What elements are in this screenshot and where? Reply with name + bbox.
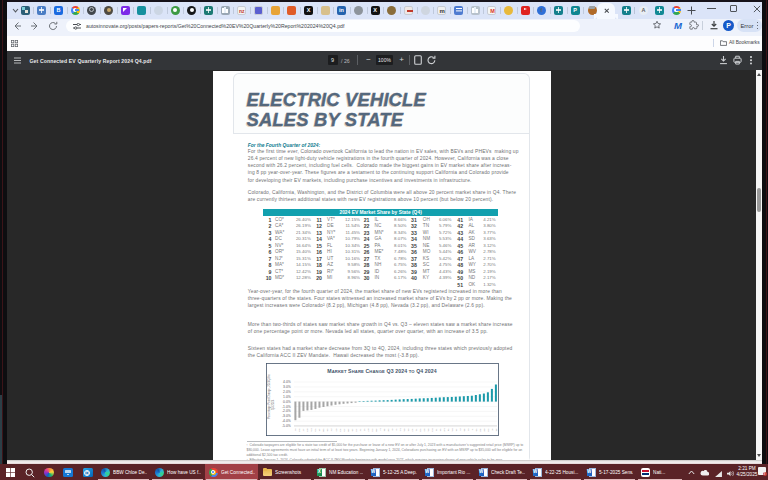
svg-text:MARKET SHARE CHANGE Q3 2024 TO: MARKET SHARE CHANGE Q3 2024 TO Q4 2024 [327, 368, 437, 374]
svg-text:TN: TN [399, 428, 401, 431]
svg-text:OH: OH [431, 428, 433, 432]
svg-text:3.0%: 3.0% [283, 385, 291, 389]
svg-text:SD: SD [334, 428, 336, 431]
svg-text:2.0%: 2.0% [283, 389, 291, 393]
svg-text:GA: GA [419, 427, 421, 431]
svg-text:NC: NC [427, 428, 429, 432]
svg-text:4.0%: 4.0% [283, 380, 291, 384]
svg-text:HI: HI [294, 428, 296, 431]
svg-text:NY: NY [455, 427, 457, 431]
svg-text:WI: WI [407, 428, 409, 431]
svg-text:ND: ND [403, 428, 405, 432]
svg-text:CO: CO [487, 428, 489, 432]
svg-text:Q4 2024: Q4 2024 [271, 399, 275, 410]
svg-text:OK: OK [338, 427, 340, 431]
svg-text:-4.0%: -4.0% [282, 419, 291, 423]
svg-text:NH: NH [451, 428, 453, 432]
svg-text:1.0%: 1.0% [283, 394, 291, 398]
svg-text:-5.0%: -5.0% [282, 424, 291, 428]
svg-text:ME: ME [463, 427, 465, 431]
svg-text:NJ: NJ [459, 428, 461, 431]
svg-text:DE: DE [479, 427, 481, 431]
svg-text:CA: CA [314, 427, 316, 431]
svg-text:-1.0%: -1.0% [282, 404, 291, 408]
svg-text:NV: NV [495, 427, 497, 431]
svg-text:NE: NE [383, 427, 385, 431]
svg-text:MN: MN [443, 428, 445, 432]
svg-text:MS: MS [326, 427, 328, 431]
svg-text:SC: SC [423, 428, 425, 431]
svg-text:MO: MO [387, 428, 389, 432]
svg-text:MI: MI [491, 428, 493, 431]
svg-text:AR: AR [366, 428, 368, 431]
svg-text:Percentage Point Change, 2024Q: Percentage Point Change, 2024Q3 to [267, 373, 271, 418]
svg-text:MD: MD [483, 428, 485, 432]
svg-text:-2.0%: -2.0% [282, 409, 291, 413]
svg-text:WA: WA [322, 427, 324, 431]
svg-text:NM: NM [310, 428, 312, 432]
svg-text:0.0%: 0.0% [283, 399, 291, 403]
svg-text:DC: DC [298, 428, 300, 432]
svg-text:OR: OR [306, 428, 308, 432]
svg-text:WY: WY [346, 427, 348, 431]
svg-text:MA: MA [475, 427, 477, 431]
svg-text:WV: WV [374, 427, 376, 431]
svg-text:-3.0%: -3.0% [282, 414, 291, 418]
svg-text:RI: RI [467, 428, 469, 431]
